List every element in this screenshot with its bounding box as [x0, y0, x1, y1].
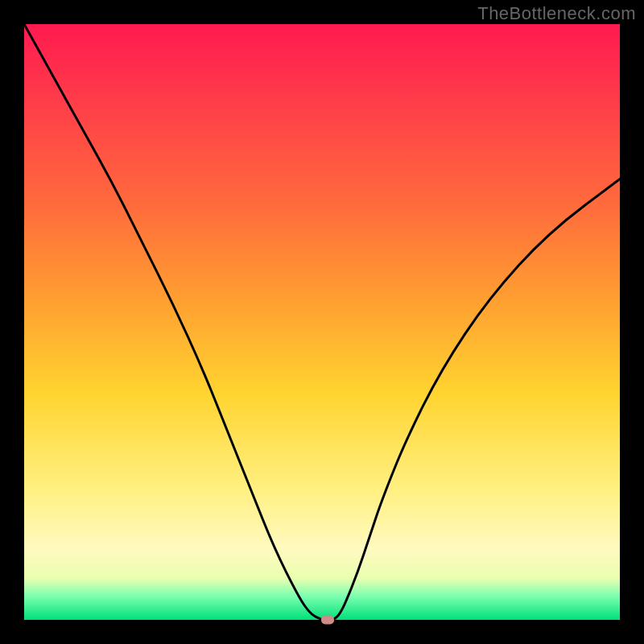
chart-frame: TheBottleneck.com [0, 0, 644, 644]
watermark-text: TheBottleneck.com [477, 3, 636, 24]
minimum-marker [321, 616, 334, 625]
plot-area [24, 24, 620, 620]
bottleneck-curve [24, 24, 620, 620]
